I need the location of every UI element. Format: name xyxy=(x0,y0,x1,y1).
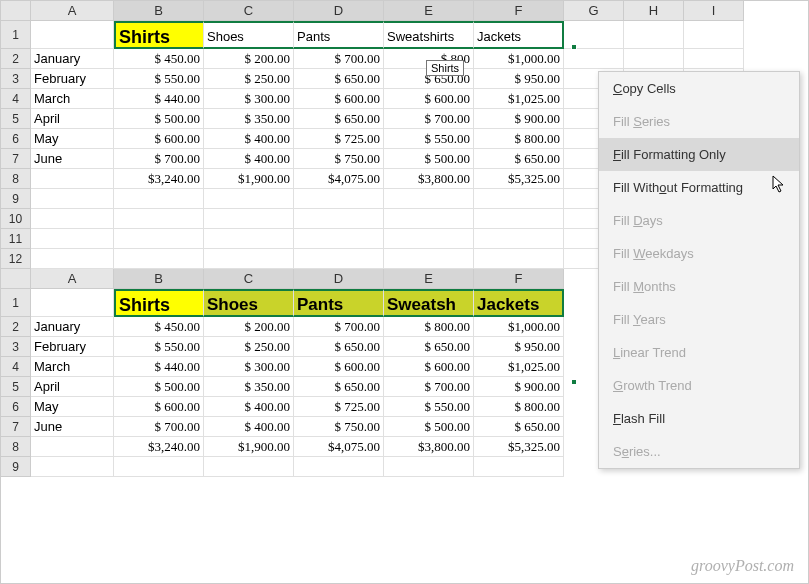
cell-D2[interactable]: $ 700.00 xyxy=(294,49,384,69)
cell-A3[interactable]: February xyxy=(31,337,114,357)
cell-F6[interactable]: $ 800.00 xyxy=(474,129,564,149)
cell-E12[interactable] xyxy=(384,249,474,269)
col-header-E[interactable]: E xyxy=(384,1,474,21)
cell-A2[interactable]: January xyxy=(31,317,114,337)
cell-D11[interactable] xyxy=(294,229,384,249)
cell-A4[interactable]: March xyxy=(31,357,114,377)
cell-A2[interactable]: January xyxy=(31,49,114,69)
row-header-2[interactable]: 2 xyxy=(1,49,31,69)
ctx-item[interactable]: Fill Without Formatting xyxy=(599,171,799,204)
row-header-12[interactable]: 12 xyxy=(1,249,31,269)
cell-C7[interactable]: $ 400.00 xyxy=(204,149,294,169)
row-header-1[interactable]: 1 xyxy=(1,21,31,49)
cell-A8[interactable] xyxy=(31,437,114,457)
cell-D9[interactable] xyxy=(294,189,384,209)
col-header-D[interactable]: D xyxy=(294,1,384,21)
cell-B8[interactable]: $3,240.00 xyxy=(114,437,204,457)
cell-D6[interactable]: $ 725.00 xyxy=(294,397,384,417)
cell-E8[interactable]: $3,800.00 xyxy=(384,437,474,457)
cell-B12[interactable] xyxy=(114,249,204,269)
cell-D10[interactable] xyxy=(294,209,384,229)
cell-H2[interactable] xyxy=(624,49,684,69)
cell-D5[interactable]: $ 650.00 xyxy=(294,109,384,129)
cell-B1[interactable]: Shirts xyxy=(114,21,204,49)
row-header-2[interactable]: 2 xyxy=(1,317,31,337)
col-header-B[interactable]: B xyxy=(114,269,204,289)
select-all-corner[interactable] xyxy=(1,269,31,289)
row-header-6[interactable]: 6 xyxy=(1,129,31,149)
col-header-G[interactable]: G xyxy=(564,1,624,21)
cell-F2[interactable]: $1,000.00 xyxy=(474,317,564,337)
cell-A8[interactable] xyxy=(31,169,114,189)
row-header-9[interactable]: 9 xyxy=(1,457,31,477)
cell-E9[interactable] xyxy=(384,189,474,209)
cell-D7[interactable]: $ 750.00 xyxy=(294,149,384,169)
ctx-item[interactable]: Copy Cells xyxy=(599,72,799,105)
cell-E5[interactable]: $ 700.00 xyxy=(384,377,474,397)
cell-A10[interactable] xyxy=(31,209,114,229)
cell-B11[interactable] xyxy=(114,229,204,249)
cell-D8[interactable]: $4,075.00 xyxy=(294,437,384,457)
fill-handle-bottom[interactable] xyxy=(571,379,577,385)
row-header-3[interactable]: 3 xyxy=(1,337,31,357)
cell-B7[interactable]: $ 700.00 xyxy=(114,417,204,437)
cell-F5[interactable]: $ 900.00 xyxy=(474,109,564,129)
cell-A5[interactable]: April xyxy=(31,109,114,129)
col-header-D[interactable]: D xyxy=(294,269,384,289)
cell-B9[interactable] xyxy=(114,457,204,477)
cell-C2[interactable]: $ 200.00 xyxy=(204,317,294,337)
cell-A6[interactable]: May xyxy=(31,397,114,417)
col-header-C[interactable]: C xyxy=(204,269,294,289)
cell-F12[interactable] xyxy=(474,249,564,269)
cell-C10[interactable] xyxy=(204,209,294,229)
row-header-7[interactable]: 7 xyxy=(1,149,31,169)
col-header-B[interactable]: B xyxy=(114,1,204,21)
cell-E10[interactable] xyxy=(384,209,474,229)
cell-E11[interactable] xyxy=(384,229,474,249)
cell-E6[interactable]: $ 550.00 xyxy=(384,397,474,417)
row-header-6[interactable]: 6 xyxy=(1,397,31,417)
cell-A3[interactable]: February xyxy=(31,69,114,89)
cell-D1[interactable]: Pants xyxy=(294,289,384,317)
row-header-5[interactable]: 5 xyxy=(1,109,31,129)
cell-E8[interactable]: $3,800.00 xyxy=(384,169,474,189)
cell-F2[interactable]: $1,000.00 xyxy=(474,49,564,69)
cell-F3[interactable]: $ 950.00 xyxy=(474,69,564,89)
cell-C4[interactable]: $ 300.00 xyxy=(204,89,294,109)
cell-C12[interactable] xyxy=(204,249,294,269)
cell-I2[interactable] xyxy=(684,49,744,69)
col-header-A[interactable]: A xyxy=(31,1,114,21)
cell-B8[interactable]: $3,240.00 xyxy=(114,169,204,189)
row-header-1[interactable]: 1 xyxy=(1,289,31,317)
row-header-3[interactable]: 3 xyxy=(1,69,31,89)
cell-B9[interactable] xyxy=(114,189,204,209)
cell-A7[interactable]: June xyxy=(31,149,114,169)
cell-F5[interactable]: $ 900.00 xyxy=(474,377,564,397)
cell-D12[interactable] xyxy=(294,249,384,269)
cell-F8[interactable]: $5,325.00 xyxy=(474,169,564,189)
cell-D7[interactable]: $ 750.00 xyxy=(294,417,384,437)
cell-A4[interactable]: March xyxy=(31,89,114,109)
cell-B6[interactable]: $ 600.00 xyxy=(114,397,204,417)
cell-E9[interactable] xyxy=(384,457,474,477)
col-header-F[interactable]: F xyxy=(474,1,564,21)
cell-D1[interactable]: Pants xyxy=(294,21,384,49)
cell-C5[interactable]: $ 350.00 xyxy=(204,377,294,397)
cell-A9[interactable] xyxy=(31,457,114,477)
row-header-4[interactable]: 4 xyxy=(1,357,31,377)
cell-F4[interactable]: $1,025.00 xyxy=(474,357,564,377)
row-header-4[interactable]: 4 xyxy=(1,89,31,109)
cell-D3[interactable]: $ 650.00 xyxy=(294,337,384,357)
col-header-H[interactable]: H xyxy=(624,1,684,21)
cell-E7[interactable]: $ 500.00 xyxy=(384,417,474,437)
cell-D6[interactable]: $ 725.00 xyxy=(294,129,384,149)
cell-C6[interactable]: $ 400.00 xyxy=(204,129,294,149)
cell-C3[interactable]: $ 250.00 xyxy=(204,337,294,357)
cell-A11[interactable] xyxy=(31,229,114,249)
col-header-C[interactable]: C xyxy=(204,1,294,21)
cell-E5[interactable]: $ 700.00 xyxy=(384,109,474,129)
cell-F9[interactable] xyxy=(474,189,564,209)
cell-D9[interactable] xyxy=(294,457,384,477)
cell-I1[interactable] xyxy=(684,21,744,49)
cell-A12[interactable] xyxy=(31,249,114,269)
